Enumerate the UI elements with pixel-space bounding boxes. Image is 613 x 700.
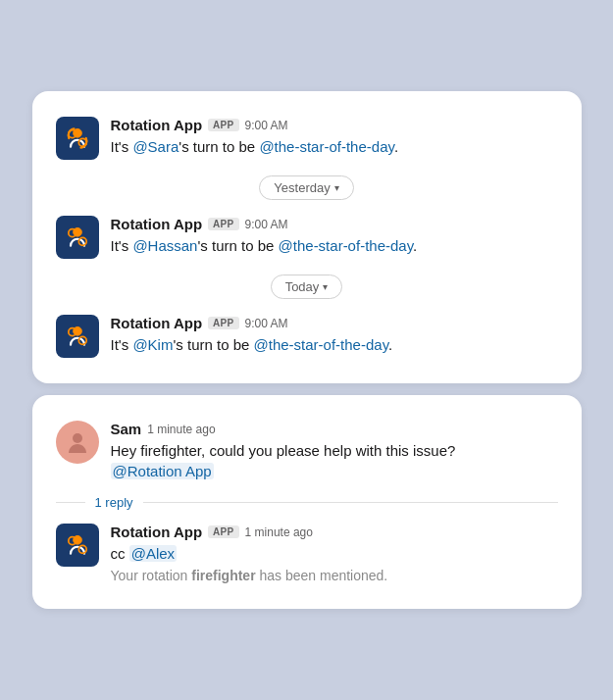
- sender-name-1: Rotation App: [111, 117, 203, 133]
- message-text-kim: It's @Kim's turn to be @the-star-of-the-…: [111, 334, 558, 355]
- date-pill-yesterday[interactable]: Yesterday ▾: [259, 175, 353, 200]
- text-post-1: .: [394, 138, 398, 155]
- text-pre-3: It's: [111, 336, 133, 353]
- main-wrapper: Rotation App APP 9:00 AM It's @Sara's tu…: [32, 91, 582, 609]
- message-block-sam: Sam 1 minute ago Hey firefighter, could …: [56, 415, 558, 487]
- mention-alex[interactable]: @Alex: [129, 545, 177, 562]
- message-block-bot-reply: Rotation App APP 1 minute ago cc @Alex Y…: [56, 518, 558, 589]
- avatar-rotation-app-1: [56, 117, 99, 160]
- message-text-sara: It's @Sara's turn to be @the-star-of-the…: [111, 136, 558, 157]
- sender-name-2: Rotation App: [111, 216, 203, 232]
- avatar-rotation-app-reply: [56, 524, 99, 567]
- text-post-2: .: [413, 237, 417, 254]
- card-rotation-messages: Rotation App APP 9:00 AM It's @Sara's tu…: [32, 91, 582, 383]
- notification-end: has been mentioned.: [256, 568, 388, 583]
- app-badge-3: APP: [208, 317, 238, 329]
- avatar-sam: [56, 421, 99, 464]
- mention-sara[interactable]: @Sara: [132, 138, 179, 155]
- message-content-sara: Rotation App APP 9:00 AM It's @Sara's tu…: [111, 117, 558, 157]
- date-label-today: Today: [285, 279, 320, 294]
- timestamp-2: 9:00 AM: [245, 218, 288, 231]
- date-divider-yesterday: Yesterday ▾: [56, 175, 558, 200]
- rotation-name: firefighter: [191, 568, 255, 583]
- card-sam-message: Sam 1 minute ago Hey firefighter, could …: [32, 395, 582, 609]
- timestamp-sam: 1 minute ago: [147, 423, 215, 436]
- avatar-rotation-app-2: [56, 216, 99, 259]
- message-header-sara: Rotation App APP 9:00 AM: [111, 117, 558, 133]
- avatar-rotation-app-3: [56, 315, 99, 358]
- message-text-bot-reply: cc @Alex: [111, 543, 558, 564]
- sender-name-3: Rotation App: [111, 315, 203, 331]
- sam-text: Hey firefighter, could you please help w…: [111, 442, 456, 459]
- app-badge-1: APP: [208, 119, 238, 131]
- timestamp-bot-reply: 1 minute ago: [245, 525, 313, 539]
- message-header-bot-reply: Rotation App APP 1 minute ago: [111, 524, 558, 540]
- message-content-kim: Rotation App APP 9:00 AM It's @Kim's tur…: [111, 315, 558, 355]
- text-mid-3: 's turn to be: [173, 336, 253, 353]
- message-block-kim: Rotation App APP 9:00 AM It's @Kim's tur…: [56, 309, 558, 364]
- mention-kim[interactable]: @Kim: [132, 336, 173, 353]
- message-content-bot-reply: Rotation App APP 1 minute ago cc @Alex Y…: [111, 524, 558, 583]
- svg-point-9: [73, 433, 82, 443]
- mention-rotation-app[interactable]: @Rotation App: [111, 463, 214, 479]
- timestamp-1: 9:00 AM: [245, 119, 288, 132]
- message-text-sam: Hey firefighter, could you please help w…: [111, 440, 558, 481]
- message-content-hassan: Rotation App APP 9:00 AM It's @Hassan's …: [111, 216, 558, 256]
- message-content-sam: Sam 1 minute ago Hey firefighter, could …: [111, 421, 558, 481]
- timestamp-3: 9:00 AM: [245, 317, 288, 330]
- notification-text: Your rotation firefighter has been menti…: [111, 568, 558, 583]
- message-block-hassan: Rotation App APP 9:00 AM It's @Hassan's …: [56, 210, 558, 265]
- chevron-today: ▾: [323, 281, 328, 292]
- mention-star-of-day-1[interactable]: @the-star-of-the-day: [259, 138, 394, 155]
- app-badge-reply: APP: [208, 525, 238, 538]
- message-header-sam: Sam 1 minute ago: [111, 421, 558, 437]
- message-header-hassan: Rotation App APP 9:00 AM: [111, 216, 558, 232]
- message-block-sara: Rotation App APP 9:00 AM It's @Sara's tu…: [56, 111, 558, 166]
- message-header-kim: Rotation App APP 9:00 AM: [111, 315, 558, 331]
- message-text-hassan: It's @Hassan's turn to be @the-star-of-t…: [111, 235, 558, 256]
- reply-count[interactable]: 1 reply: [56, 495, 558, 510]
- text-mid-2: 's turn to be: [197, 237, 278, 254]
- sender-name-sam: Sam: [111, 421, 142, 437]
- date-pill-today[interactable]: Today ▾: [271, 275, 343, 299]
- notification-pre: Your rotation: [111, 568, 192, 583]
- date-divider-today: Today ▾: [56, 275, 558, 299]
- text-post-3: .: [388, 336, 392, 353]
- cc-label: cc: [111, 545, 126, 562]
- mention-star-of-day-2[interactable]: @the-star-of-the-day: [279, 237, 414, 254]
- mention-star-of-day-3[interactable]: @the-star-of-the-day: [254, 336, 389, 353]
- chevron-yesterday: ▾: [334, 182, 339, 193]
- app-badge-2: APP: [208, 218, 238, 230]
- text-mid-1: 's turn to be: [179, 138, 259, 155]
- date-label-yesterday: Yesterday: [274, 180, 330, 195]
- mention-hassan[interactable]: @Hassan: [132, 237, 197, 254]
- text-pre-1: It's: [111, 138, 133, 155]
- text-pre-2: It's: [111, 237, 133, 254]
- sender-name-bot-reply: Rotation App: [111, 524, 203, 540]
